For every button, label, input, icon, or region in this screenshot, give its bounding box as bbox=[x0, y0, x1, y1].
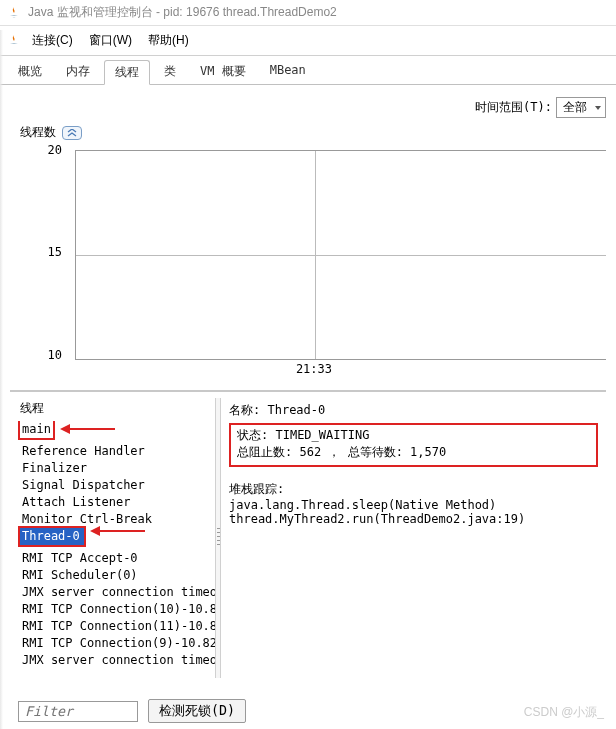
vertical-splitter[interactable] bbox=[215, 398, 221, 678]
thread-item[interactable]: Signal Dispatcher bbox=[20, 477, 215, 494]
stack-header: 堆栈跟踪: bbox=[229, 481, 598, 498]
thread-item-selected[interactable]: Thread-0 bbox=[20, 528, 84, 545]
detect-deadlock-button[interactable]: 检测死锁(D) bbox=[148, 699, 246, 723]
detail-state-label: 状态: bbox=[237, 428, 268, 442]
stack-line: thread.MyThread2.run(ThreadDemo2.java:19… bbox=[229, 512, 598, 526]
time-range-select[interactable]: 全部 bbox=[556, 97, 606, 118]
thread-item[interactable]: RMI TCP Connection(10)-10.82.9 bbox=[20, 601, 215, 618]
time-range-label: 时间范围(T): bbox=[475, 99, 552, 116]
thread-item[interactable]: Reference Handler bbox=[20, 443, 215, 460]
filter-input[interactable] bbox=[18, 701, 138, 722]
java-icon bbox=[6, 5, 22, 21]
tab-bar: 概览 内存 线程 类 VM 概要 MBean bbox=[0, 56, 616, 85]
thread-list: main Reference Handler Finalizer Signal … bbox=[10, 421, 215, 678]
detail-blocked-label: 总阻止数: bbox=[237, 445, 292, 459]
thread-item[interactable]: JMX server connection timeout bbox=[20, 652, 215, 669]
detail-separator: ， bbox=[328, 445, 340, 459]
thread-count-chart: 20 15 10 21:33 bbox=[30, 145, 606, 380]
window-titlebar: Java 监视和管理控制台 - pid: 19676 thread.Thread… bbox=[0, 0, 616, 26]
x-tick: 21:33 bbox=[296, 362, 332, 376]
tab-overview[interactable]: 概览 bbox=[8, 60, 52, 84]
detail-blocked-value: 562 bbox=[299, 445, 321, 459]
stack-line: java.lang.Thread.sleep(Native Method) bbox=[229, 498, 598, 512]
y-tick: 10 bbox=[48, 348, 62, 362]
detail-name-value: Thread-0 bbox=[267, 403, 325, 417]
detail-state-value: TIMED_WAITING bbox=[275, 428, 369, 442]
tab-memory[interactable]: 内存 bbox=[56, 60, 100, 84]
y-tick: 20 bbox=[48, 145, 62, 157]
detail-name-label: 名称: bbox=[229, 403, 260, 417]
tab-mbean[interactable]: MBean bbox=[260, 60, 316, 84]
window-left-border bbox=[0, 30, 3, 729]
detail-waited-value: 1,570 bbox=[410, 445, 446, 459]
tab-classes[interactable]: 类 bbox=[154, 60, 186, 84]
window-title: Java 监视和管理控制台 - pid: 19676 thread.Thread… bbox=[28, 4, 337, 21]
thread-item[interactable]: RMI TCP Connection(11)-10.82.9 bbox=[20, 618, 215, 635]
menubar: 连接(C) 窗口(W) 帮助(H) bbox=[0, 26, 616, 56]
thread-item[interactable]: RMI TCP Accept-0 bbox=[20, 550, 215, 567]
horizontal-divider[interactable] bbox=[10, 390, 606, 392]
thread-item[interactable]: Monitor Ctrl-Break bbox=[20, 511, 215, 528]
tab-threads[interactable]: 线程 bbox=[104, 60, 150, 85]
thread-item[interactable]: Finalizer bbox=[20, 460, 215, 477]
y-tick: 15 bbox=[48, 245, 62, 259]
annotation-highlight-box: 状态: TIMED_WAITING 总阻止数: 562 ， 总等待数: 1,57… bbox=[229, 423, 598, 467]
thread-item[interactable]: RMI TCP Connection(9)-10.82.96 bbox=[20, 635, 215, 652]
watermark: CSDN @小源_ bbox=[524, 704, 604, 721]
thread-detail-panel: 名称: Thread-0 状态: TIMED_WAITING 总阻止数: 562… bbox=[221, 398, 606, 678]
menu-window[interactable]: 窗口(W) bbox=[83, 30, 138, 51]
java-icon bbox=[6, 33, 22, 49]
chart-title: 线程数 bbox=[20, 124, 56, 141]
tab-vmsummary[interactable]: VM 概要 bbox=[190, 60, 256, 84]
menu-help[interactable]: 帮助(H) bbox=[142, 30, 195, 51]
thread-item[interactable]: RMI Scheduler(0) bbox=[20, 567, 215, 584]
thread-item[interactable]: JMX server connection timeout bbox=[20, 584, 215, 601]
thread-item-main[interactable]: main bbox=[20, 421, 53, 438]
detail-waited-label: 总等待数: bbox=[348, 445, 403, 459]
thread-list-header: 线程 bbox=[10, 398, 215, 421]
chevron-up-icon[interactable] bbox=[62, 126, 82, 140]
menu-connect[interactable]: 连接(C) bbox=[26, 30, 79, 51]
thread-item[interactable]: Attach Listener bbox=[20, 494, 215, 511]
